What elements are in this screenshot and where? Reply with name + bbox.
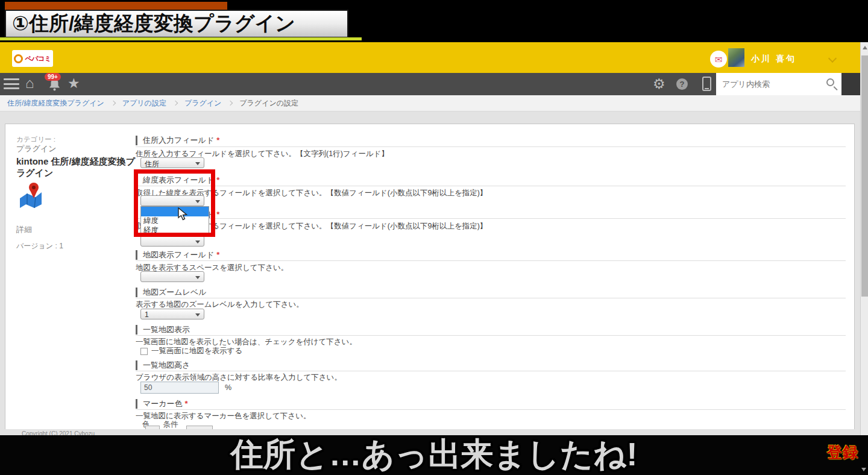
search-input[interactable] bbox=[716, 73, 822, 95]
user-name[interactable]: 小川 喜句 bbox=[751, 54, 796, 64]
required-mark: * bbox=[216, 250, 219, 259]
dropdown-arrow-icon bbox=[195, 313, 200, 316]
envelope-icon: ✉ bbox=[715, 55, 723, 64]
caption-bar: 住所と…あっ出来ましたね! 登録 bbox=[0, 435, 868, 475]
mail-button[interactable]: ✉ bbox=[710, 51, 727, 68]
dropdown-arrow-icon bbox=[195, 276, 200, 279]
required-mark: * bbox=[216, 136, 219, 145]
address-field-label: 住所入力フィールド* bbox=[136, 136, 219, 145]
toolbar-end-block bbox=[841, 73, 860, 95]
mobile-view-icon[interactable] bbox=[702, 77, 711, 91]
zoom-level-label: 地図ズームレベル bbox=[136, 288, 207, 297]
longitude-field-select[interactable] bbox=[140, 236, 204, 247]
video-title-text: ①住所/緯度経度変換プラグイン bbox=[12, 10, 295, 37]
breadcrumb-app-link[interactable]: 住所/緯度経度変換プラグイン bbox=[7, 98, 104, 109]
breadcrumb-current: プラグインの設定 bbox=[239, 98, 298, 109]
star-icon[interactable]: ★ bbox=[68, 77, 80, 90]
latitude-select-dropdown: 緯度 経度 bbox=[140, 206, 209, 236]
latitude-field-label: 緯度表示フィールド* bbox=[136, 175, 219, 185]
breadcrumb: 住所/緯度経度変換プラグイン アプリの設定 プラグイン プラグインの設定 bbox=[0, 95, 860, 112]
breadcrumb-plugin-link[interactable]: プラグイン bbox=[184, 98, 221, 109]
dropdown-option-blank[interactable] bbox=[141, 207, 209, 216]
list-map-checkbox-row: 一覧画面に地図を表示する bbox=[140, 346, 242, 356]
plugin-name: kintone 住所/緯度経度変換プラグイン bbox=[16, 156, 137, 178]
home-icon[interactable]: ⌂ bbox=[25, 76, 34, 90]
map-height-input[interactable] bbox=[140, 382, 219, 394]
banner-underline bbox=[0, 37, 362, 40]
pepakomi-logo[interactable]: ペパコミ bbox=[12, 50, 53, 67]
marker-color-swatch[interactable] bbox=[145, 426, 160, 429]
search-icon bbox=[826, 78, 834, 86]
hamburger-menu-icon[interactable] bbox=[4, 78, 19, 89]
required-mark: * bbox=[185, 399, 188, 408]
dropdown-arrow-icon bbox=[195, 200, 200, 203]
zoom-level-select[interactable]: 1 bbox=[140, 309, 204, 319]
scrollbar-up-icon[interactable] bbox=[863, 46, 867, 49]
dropdown-option-latitude[interactable]: 緯度 bbox=[141, 216, 209, 225]
required-mark: * bbox=[216, 175, 219, 184]
category-label: カテゴリー : bbox=[16, 135, 55, 144]
page-scrollbar[interactable] bbox=[860, 42, 868, 435]
breadcrumb-separator-icon bbox=[228, 101, 233, 105]
logo-text: ペパコミ bbox=[25, 54, 51, 63]
condition-column-header: 条件 bbox=[163, 420, 178, 430]
notification-badge: 99+ bbox=[45, 73, 61, 81]
video-title-banner: ①住所/緯度経度変換プラグイン bbox=[5, 10, 348, 38]
video-frame: ①住所/緯度経度変換プラグイン ペパコミ ✉ 小川 喜句 ⌂ 99+ ★ ⚙ ?… bbox=[0, 0, 868, 475]
latitude-field-select[interactable] bbox=[140, 195, 204, 206]
percent-unit: % bbox=[225, 383, 231, 392]
scrollbar-down-icon[interactable] bbox=[861, 468, 866, 471]
mouse-cursor bbox=[178, 207, 189, 221]
dropdown-arrow-icon bbox=[195, 241, 200, 244]
category-value: プラグイン bbox=[16, 143, 57, 154]
marker-color-label: マーカー色* bbox=[136, 399, 188, 409]
details-label: 詳細 bbox=[16, 224, 32, 235]
help-icon[interactable]: ? bbox=[676, 78, 688, 90]
breadcrumb-separator-icon bbox=[111, 101, 116, 105]
map-height-label: 一覧地図高さ bbox=[136, 360, 190, 370]
map-pin-icon bbox=[17, 181, 44, 210]
map-field-select[interactable] bbox=[140, 271, 204, 282]
gear-icon[interactable]: ⚙ bbox=[653, 77, 665, 91]
dropdown-option-longitude[interactable]: 経度 bbox=[141, 225, 209, 235]
subscribe-badge[interactable]: 登録 bbox=[827, 442, 858, 462]
required-mark: * bbox=[216, 210, 219, 219]
banner-accent-bar bbox=[5, 2, 227, 10]
app-search bbox=[716, 73, 822, 95]
user-avatar[interactable] bbox=[728, 48, 744, 67]
plugin-settings-panel: カテゴリー : プラグイン kintone 住所/緯度経度変換プラグイン 詳細 … bbox=[5, 124, 855, 429]
breadcrumb-separator-icon bbox=[173, 101, 178, 105]
marker-condition-cell[interactable] bbox=[186, 426, 213, 429]
search-button[interactable] bbox=[822, 73, 841, 95]
version-label: バージョン : 1 bbox=[16, 241, 63, 251]
logo-mascot-icon bbox=[14, 54, 23, 63]
map-field-label: 地図表示フィールド* bbox=[136, 250, 219, 260]
dropdown-arrow-icon bbox=[195, 162, 200, 165]
breadcrumb-app-settings-link[interactable]: アプリの設定 bbox=[122, 98, 166, 109]
list-map-checkbox[interactable] bbox=[140, 348, 148, 355]
scrollbar-thumb[interactable] bbox=[861, 55, 868, 297]
list-map-label: 一覧地図表示 bbox=[136, 325, 190, 335]
address-field-select[interactable]: 住所 bbox=[140, 157, 204, 168]
video-caption: 住所と…あっ出来ましたね! bbox=[0, 435, 868, 473]
list-map-checkbox-label: 一覧画面に地図を表示する bbox=[151, 346, 242, 356]
